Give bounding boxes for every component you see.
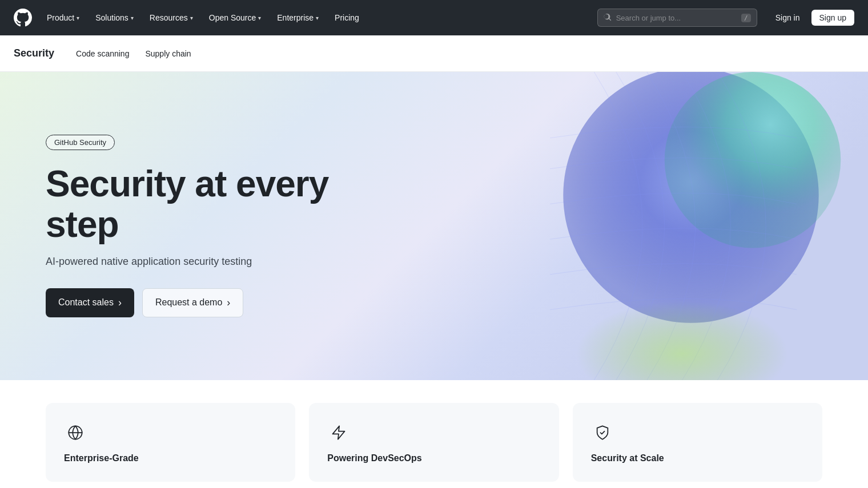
search-icon — [604, 13, 612, 23]
hero-section: GitHub Security Security at every step A… — [0, 72, 868, 380]
svg-point-1 — [665, 72, 841, 248]
hero-background — [391, 72, 868, 380]
nav-pricing[interactable]: Pricing — [329, 10, 365, 26]
card-security-scale-title: Security at Scale — [591, 453, 804, 463]
contact-sales-button[interactable]: Contact sales › — [46, 288, 134, 317]
arrow-right-icon: › — [118, 297, 122, 309]
hero-content: GitHub Security Security at every step A… — [0, 89, 400, 363]
secondary-navigation: Security Code scanning Supply chain — [0, 35, 868, 72]
search-kbd: / — [741, 14, 751, 22]
arrow-right-icon: › — [227, 297, 230, 309]
nav-enterprise[interactable]: Enterprise ▾ — [271, 10, 324, 26]
globe-icon — [64, 421, 87, 444]
card-enterprise-title: Enterprise-Grade — [64, 453, 277, 463]
chevron-down-icon: ▾ — [258, 15, 261, 21]
hero-subtitle: AI-powered native application security t… — [46, 256, 354, 268]
svg-marker-5 — [333, 426, 345, 439]
shield-check-icon — [591, 421, 614, 444]
hero-badge: GitHub Security — [46, 135, 115, 150]
lightning-icon — [327, 421, 350, 444]
card-devsecops: Powering DevSecOps — [309, 403, 558, 482]
svg-point-2 — [576, 301, 787, 380]
chevron-down-icon: ▾ — [316, 15, 319, 21]
request-demo-button[interactable]: Request a demo › — [142, 288, 243, 317]
chevron-down-icon: ▾ — [131, 15, 134, 21]
security-brand: Security — [14, 47, 54, 59]
card-security-scale: Security at Scale — [573, 403, 822, 482]
nav-supply-chain[interactable]: Supply chain — [137, 45, 199, 63]
card-devsecops-title: Powering DevSecOps — [327, 453, 540, 463]
nav-solutions[interactable]: Solutions ▾ — [90, 10, 139, 26]
search-input[interactable] — [616, 14, 737, 22]
nav-resources[interactable]: Resources ▾ — [144, 10, 199, 26]
nav-auth: Sign in Sign up — [771, 10, 854, 26]
chevron-down-icon: ▾ — [190, 15, 193, 21]
hero-title: Security at every step — [46, 164, 354, 244]
github-logo[interactable] — [14, 9, 32, 27]
search-bar[interactable]: / — [597, 9, 757, 27]
nav-opensource[interactable]: Open Source ▾ — [203, 10, 267, 26]
nav-code-scanning[interactable]: Code scanning — [68, 45, 137, 63]
feature-cards-section: Enterprise-Grade Powering DevSecOps Secu… — [0, 380, 868, 488]
signup-button[interactable]: Sign up — [811, 10, 854, 26]
signin-button[interactable]: Sign in — [771, 10, 805, 26]
top-navigation: Product ▾ Solutions ▾ Resources ▾ Open S… — [0, 0, 868, 35]
nav-product[interactable]: Product ▾ — [41, 10, 85, 26]
hero-buttons: Contact sales › Request a demo › — [46, 288, 354, 317]
card-enterprise-grade: Enterprise-Grade — [46, 403, 295, 482]
chevron-down-icon: ▾ — [77, 15, 79, 21]
